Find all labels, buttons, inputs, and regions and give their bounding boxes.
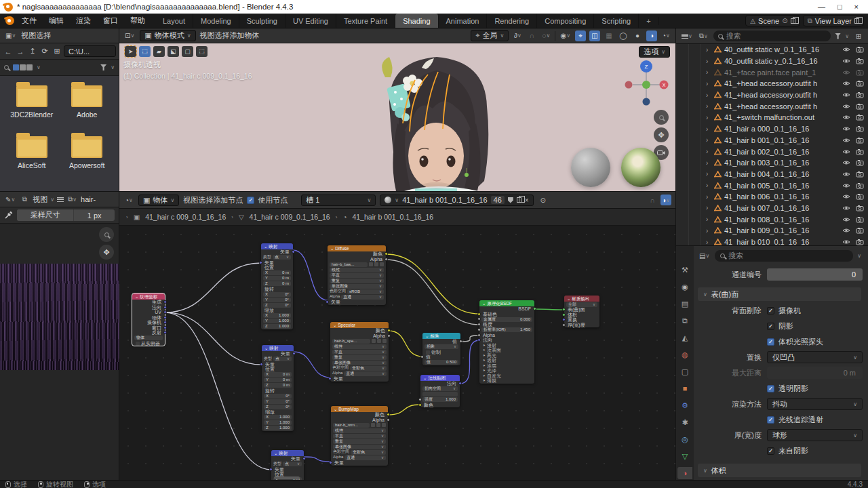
eye-visibility-icon[interactable] [842,92,850,98]
property-checkbox[interactable]: ✓ [767,416,774,424]
camera-render-icon[interactable] [856,227,864,234]
properties-tab[interactable]: ✱ [677,416,692,428]
topbar-menu-item[interactable]: 窗口 [97,16,124,24]
expand-icon[interactable]: › [706,136,711,144]
outliner-item[interactable]: › 41_hair b 008_0.1_16_16 [677,214,868,225]
copy-icon[interactable] [517,197,521,203]
chevron-down-icon[interactable]: ∨ [111,64,115,70]
chevron-down-icon[interactable]: ∨ [37,64,41,70]
outliner-item[interactable]: › 41_hair b 009_0.1_16_16 [677,225,868,237]
outliner-type-button[interactable]: ∨ [680,30,694,41]
breadcrumb-material[interactable]: 41_hair b 001_0.1_16_16 [352,213,433,221]
expand-icon[interactable]: › [706,46,711,54]
eye-visibility-icon[interactable] [842,182,850,189]
display-mode-buttons[interactable] [13,64,33,70]
properties-tab[interactable]: ▽ [677,450,692,462]
node-mapping-1[interactable]: ⌄ 映射矢量类型点∨矢量位置X0 mY0 mZ0 m旋转X0°Y0°Z0°缩放X… [261,243,293,329]
eyedropper-icon[interactable] [4,211,13,220]
property-dropdown[interactable]: 抖动∨ [767,398,863,410]
eye-visibility-icon[interactable] [842,46,850,53]
viewport-menu-item[interactable]: 选择 [215,31,230,39]
new-folder-button[interactable]: ⊞ [52,46,62,57]
shader-menu-item[interactable]: 节点 [228,196,243,204]
properties-tab[interactable]: ◉ [677,281,692,293]
refresh-button[interactable]: ⟳ [39,46,50,57]
node-header[interactable]: ⌄ 原理化BSDF [479,300,534,306]
file-browser-menu-item[interactable]: 选择 [36,31,51,39]
expand-icon[interactable]: › [706,125,711,133]
visibility-dropdown[interactable]: ◉∨ [559,30,572,41]
select-lasso-button[interactable]: ⬕ [167,46,179,57]
outliner-item[interactable]: › 41_hair b 005_0.1_16_16 [677,180,868,191]
shading-wireframe-button[interactable]: ◯ [618,30,629,41]
copy-icon[interactable] [791,18,795,24]
channel-value-field[interactable]: 0 [767,268,863,281]
expand-icon[interactable]: › [706,114,711,121]
camera-render-icon[interactable] [856,46,864,53]
editor-type-button[interactable]: ⊡∨ [123,30,136,41]
expand-icon[interactable]: › [706,227,711,235]
collapse-icon[interactable]: › [126,214,128,220]
outliner-item[interactable]: › 41_hair b 004_0.1_16_16 [677,169,868,180]
outliner-item[interactable]: › 41_+head accessory.outfit h [677,100,868,112]
shading-rendered-button[interactable]: ◔∨ [660,30,671,41]
node-image-diffuse[interactable]: ⌄ Diffuse颜色Alphahair-b_bas...线性∨平直∨重复∨单张… [328,245,386,305]
node-image-specular[interactable]: ⌄ Specular颜色Alphahair-b_spe...线性∨平直∨重复∨单… [330,322,389,382]
expand-icon[interactable]: › [706,204,711,211]
expand-icon[interactable]: › [706,216,711,223]
camera-render-icon[interactable] [856,80,864,87]
shading-solid-button[interactable]: ● [632,30,643,41]
properties-tab[interactable]: ⚙ [677,399,692,411]
outliner-item[interactable]: › 41_hair b 001_0.1_16_16 [677,135,868,146]
outliner-item[interactable]: › 41_+switch malfunction.out [677,112,868,123]
filter-icon[interactable] [835,33,841,39]
camera-render-icon[interactable] [856,125,864,132]
node-header[interactable]: ⌄ 映射 [271,450,304,456]
node-image-bumpmap[interactable]: ⌄ BumpMap颜色Alphahair-b_nrm...线性∨平直∨重复∨单张… [331,406,388,466]
eye-visibility-icon[interactable] [842,80,850,87]
eye-visibility-icon[interactable] [842,227,850,234]
workspace-tab[interactable]: Sculpting [239,14,285,28]
cursor-tool-button[interactable]: ▢ [182,46,193,57]
shader-editor-type-button[interactable]: ◔∨ [123,195,134,205]
workspace-tab[interactable]: Modeling [193,14,239,28]
camera-render-icon[interactable] [856,103,864,110]
chevron-down-icon[interactable]: ∨ [857,253,861,259]
outliner-item[interactable]: › 41_+head accessory.outfit h [677,78,868,89]
shader-menu-item[interactable]: 视图 [183,196,198,204]
properties-tab[interactable]: ◭ [677,331,692,344]
property-checkbox[interactable]: ✓ [767,338,774,346]
volume-section-header[interactable]: ∨体积 [698,464,861,477]
eye-visibility-icon[interactable] [842,193,850,200]
eye-visibility-icon[interactable] [842,239,850,245]
node-mapping-2[interactable]: ⌄ 映射矢量类型点∨矢量位置X0 mY0 mZ0 m旋转X0°Y0°Z0°缩放X… [262,345,294,431]
topbar-menu-item[interactable]: 编辑 [43,16,70,24]
expand-icon[interactable]: › [706,170,711,178]
folder-item[interactable]: 3DC2Blender [4,85,60,119]
slot-dropdown[interactable]: 槽 1∨ [301,195,376,206]
eye-visibility-icon[interactable] [842,103,850,110]
expand-icon[interactable]: › [706,159,711,167]
camera-render-icon[interactable] [856,92,864,98]
magnet-snap-icon[interactable]: ∩ [526,30,537,41]
expand-icon[interactable]: › [706,193,711,201]
outliner-item[interactable]: › 41_hair b 007_0.1_16_16 [677,203,868,214]
expand-icon[interactable]: › [706,239,711,245]
node-header[interactable]: ⌄ 材质输出 [564,296,599,302]
property-checkbox[interactable]: ✓ [767,447,774,455]
node-header[interactable]: ⌄ 映射 [262,345,294,351]
camera-render-icon[interactable] [856,239,864,245]
properties-tab[interactable]: ▤ [677,298,692,310]
eye-visibility-icon[interactable] [842,159,850,166]
material-selector[interactable]: ∨ 41_hair b 001_0.1_16_16 46 × [380,195,533,206]
image-editor-view-menu[interactable]: 视图 [33,195,47,205]
eye-visibility-icon[interactable] [842,58,850,64]
property-checkbox[interactable]: ✓ [767,323,774,330]
property-dropdown[interactable]: 仅凹凸∨ [767,351,863,363]
eye-visibility-icon[interactable] [842,137,850,144]
shader-type-dropdown[interactable]: ▣物体∨ [138,195,179,206]
surface-section-header[interactable]: ∨表(曲)面 [698,287,861,301]
gizmos-toggle[interactable]: ⌖ [575,30,586,41]
shader-menu-item[interactable]: 选择 [198,196,213,204]
magnet-snap-icon[interactable]: ∩ [647,195,658,205]
